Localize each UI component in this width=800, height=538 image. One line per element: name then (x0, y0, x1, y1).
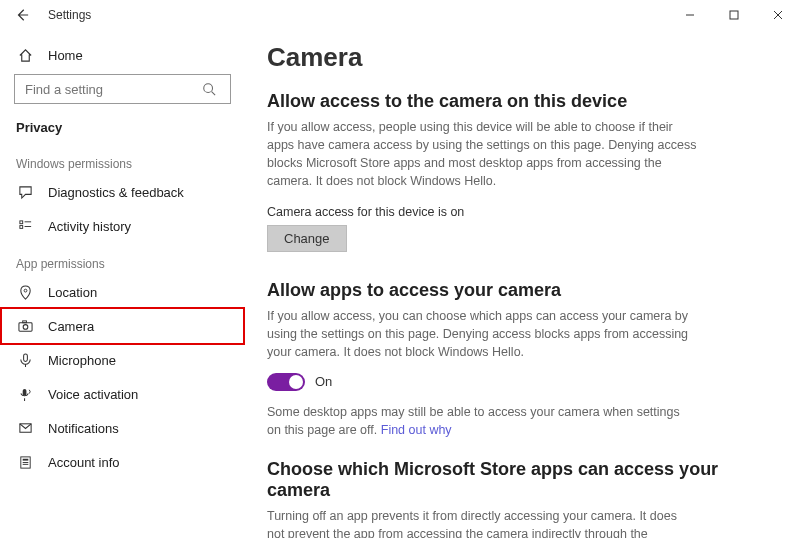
account-icon (16, 455, 34, 470)
window-title: Settings (48, 8, 91, 22)
content-pane: Camera Allow access to the camera on thi… (245, 30, 800, 538)
microphone-icon (16, 353, 34, 368)
svg-point-8 (24, 289, 27, 292)
close-icon (773, 10, 783, 20)
sidebar-item-label: Diagnostics & feedback (48, 185, 184, 200)
search-box[interactable] (14, 74, 231, 104)
window-buttons (668, 0, 800, 30)
camera-apps-toggle[interactable] (267, 373, 305, 391)
camera-icon (16, 319, 34, 334)
sidebar-item-location[interactable]: Location (2, 275, 243, 309)
page-title: Camera (267, 42, 776, 73)
sidebar-group-apps: App permissions (2, 243, 243, 275)
sidebar-item-label: Activity history (48, 219, 131, 234)
sidebar-home[interactable]: Home (2, 38, 243, 72)
maximize-button[interactable] (712, 0, 756, 30)
sidebar-item-diagnostics[interactable]: Diagnostics & feedback (2, 175, 243, 209)
sidebar-category: Privacy (2, 112, 243, 143)
section-allow-device-body: If you allow access, people using this d… (267, 118, 697, 191)
search-input[interactable] (23, 81, 202, 98)
sidebar-item-label: Location (48, 285, 97, 300)
toggle-state-label: On (315, 374, 332, 389)
section-allow-apps-heading: Allow apps to access your camera (267, 280, 776, 301)
sidebar-item-label: Account info (48, 455, 120, 470)
section-allow-apps-body: If you allow access, you can choose whic… (267, 307, 697, 361)
svg-rect-13 (22, 388, 26, 395)
maximize-icon (729, 10, 739, 20)
sidebar-item-label: Camera (48, 319, 94, 334)
close-button[interactable] (756, 0, 800, 30)
svg-point-2 (204, 84, 213, 93)
svg-rect-12 (23, 353, 27, 361)
activity-icon (16, 219, 34, 234)
minimize-icon (685, 10, 695, 20)
svg-rect-11 (22, 320, 26, 322)
sidebar-home-label: Home (48, 48, 83, 63)
toggle-knob-icon (289, 375, 303, 389)
notifications-icon (16, 421, 34, 436)
sidebar-group-windows: Windows permissions (2, 143, 243, 175)
camera-apps-toggle-row: On (267, 373, 776, 391)
feedback-icon (16, 185, 34, 200)
find-out-why-link[interactable]: Find out why (381, 423, 452, 437)
change-button[interactable]: Change (267, 225, 347, 252)
home-icon (16, 48, 34, 63)
sidebar-item-voice[interactable]: Voice activation (2, 377, 243, 411)
search-icon (202, 82, 230, 96)
svg-point-10 (23, 324, 28, 329)
back-button[interactable] (8, 1, 36, 29)
svg-rect-16 (22, 458, 28, 460)
section-allow-device-heading: Allow access to the camera on this devic… (267, 91, 776, 112)
location-icon (16, 285, 34, 300)
titlebar: Settings (0, 0, 800, 30)
sidebar-item-notifications[interactable]: Notifications (2, 411, 243, 445)
desktop-apps-note-text: Some desktop apps may still be able to a… (267, 405, 680, 437)
section-store-apps-heading: Choose which Microsoft Store apps can ac… (267, 459, 776, 501)
minimize-button[interactable] (668, 0, 712, 30)
sidebar-item-label: Microphone (48, 353, 116, 368)
svg-rect-4 (19, 220, 22, 223)
sidebar-item-activity[interactable]: Activity history (2, 209, 243, 243)
sidebar: Home Privacy Windows permissions Diagnos… (0, 30, 245, 538)
sidebar-item-label: Voice activation (48, 387, 138, 402)
device-access-status: Camera access for this device is on (267, 205, 776, 219)
svg-rect-5 (19, 225, 22, 228)
svg-rect-9 (18, 322, 31, 330)
voice-icon (16, 387, 34, 402)
section-store-apps-body: Turning off an app prevents it from dire… (267, 507, 697, 538)
back-arrow-icon (15, 8, 29, 22)
sidebar-item-account[interactable]: Account info (2, 445, 243, 479)
sidebar-item-microphone[interactable]: Microphone (2, 343, 243, 377)
desktop-apps-note: Some desktop apps may still be able to a… (267, 403, 697, 439)
sidebar-item-label: Notifications (48, 421, 119, 436)
svg-rect-1 (730, 11, 738, 19)
svg-line-3 (212, 92, 216, 96)
sidebar-item-camera[interactable]: Camera (2, 309, 243, 343)
